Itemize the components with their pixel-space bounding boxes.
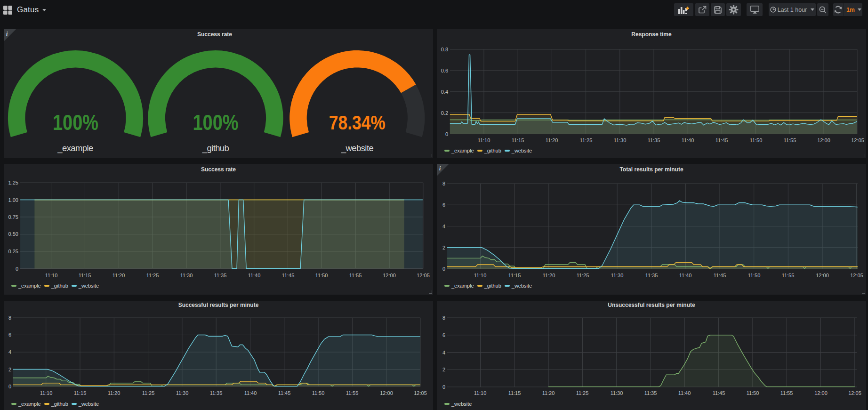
svg-text:100%: 100%: [53, 110, 98, 135]
svg-text:100%: 100%: [193, 110, 239, 135]
svg-text:78.34%: 78.34%: [329, 111, 386, 134]
